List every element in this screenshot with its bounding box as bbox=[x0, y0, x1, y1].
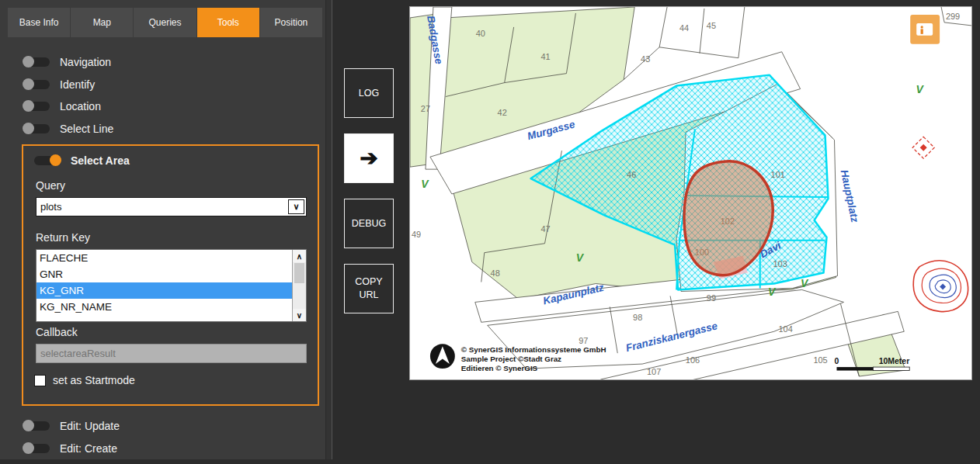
listbox-scrollbar[interactable]: ∧ ∨ bbox=[292, 250, 306, 321]
debug-button[interactable]: DEBUG bbox=[344, 199, 394, 248]
scrollbar-track[interactable] bbox=[293, 284, 306, 309]
toggle-knob bbox=[23, 100, 34, 112]
edit-update-toggle[interactable] bbox=[23, 421, 50, 431]
scroll-down-icon[interactable]: ∨ bbox=[293, 309, 306, 321]
query-select-value: plots bbox=[36, 201, 288, 213]
scale-distance-label: 10Meter bbox=[879, 357, 910, 365]
parcel-number-label: 44 bbox=[679, 23, 689, 33]
listbox-option-flaeche[interactable]: FLAECHE bbox=[36, 250, 292, 266]
parcel-number-label: 42 bbox=[498, 108, 507, 117]
parcel-number-label: 48 bbox=[491, 268, 500, 278]
callback-label: Callback bbox=[36, 326, 78, 338]
run-arrow-button[interactable]: ➔ bbox=[344, 133, 394, 183]
navigation-toggle[interactable] bbox=[23, 57, 50, 67]
identify-toggle[interactable] bbox=[23, 80, 50, 89]
toggle-knob bbox=[23, 78, 34, 90]
scroll-up-icon[interactable]: ∧ bbox=[293, 250, 306, 262]
parcel-number-label: 97 bbox=[579, 336, 588, 345]
scale-zero-label: 0 bbox=[835, 357, 839, 365]
select-line-row: Select Line bbox=[23, 122, 113, 136]
identify-row: Identify bbox=[23, 78, 95, 92]
copy-url-button[interactable]: COPY URL bbox=[344, 264, 394, 313]
listbox-options: FLAECHE GNR KG_GNR KG_NR_NAME bbox=[36, 250, 292, 321]
toggle-knob bbox=[23, 442, 34, 454]
parcel-number-label: 41 bbox=[540, 52, 550, 61]
startmode-row: set as Startmode bbox=[34, 374, 135, 386]
edit-create-row: Edit: Create bbox=[23, 441, 117, 455]
query-label: Query bbox=[36, 179, 65, 192]
map-info-icon bbox=[916, 23, 933, 36]
toggle-knob bbox=[23, 123, 34, 134]
edit-create-label: Edit: Create bbox=[60, 442, 117, 455]
location-toggle[interactable] bbox=[23, 102, 50, 111]
parcel-number-label: 45 bbox=[707, 21, 716, 30]
arrow-right-icon: ➔ bbox=[360, 144, 377, 173]
parcel-number-label: 105 bbox=[813, 355, 827, 365]
parcel-number-label: 49 bbox=[412, 230, 421, 239]
parcel-number-label: 299 bbox=[946, 12, 960, 21]
parcel-number-label: 99 bbox=[707, 293, 716, 303]
parcel-number-label: 43 bbox=[641, 54, 650, 64]
parcel-number-label: 47 bbox=[540, 224, 550, 234]
edit-update-label: Edit: Update bbox=[60, 420, 120, 432]
select-line-toggle[interactable] bbox=[23, 124, 50, 133]
toggle-knob bbox=[50, 154, 61, 166]
parcel-number-label: 101 bbox=[771, 170, 785, 179]
scrollbar-thumb[interactable] bbox=[294, 263, 304, 283]
location-label: Location bbox=[60, 100, 101, 113]
select-area-toggle[interactable] bbox=[34, 156, 61, 165]
parcel-number-label: 104 bbox=[779, 324, 793, 334]
select-area-label: Select Area bbox=[71, 154, 130, 167]
scale-bar bbox=[836, 367, 909, 370]
parcel-number-label: 103 bbox=[773, 259, 787, 268]
parcel-number-label: 106 bbox=[686, 355, 700, 365]
startmode-label: set as Startmode bbox=[53, 374, 135, 386]
toggle-knob bbox=[23, 56, 34, 68]
listbox-option-kg-gnr[interactable]: KG_GNR bbox=[36, 282, 292, 299]
select-area-row: Select Area bbox=[34, 154, 130, 167]
attribution-line: Editieren © SynerGIS bbox=[461, 364, 538, 372]
log-button[interactable]: LOG bbox=[344, 68, 394, 118]
tab-position[interactable]: Position bbox=[260, 8, 323, 37]
map-viewport[interactable]: 2740414243444546474849979899100101102103… bbox=[409, 6, 972, 380]
tab-bar: Base Info Map Queries Tools Position bbox=[8, 8, 323, 37]
parcel-number-label: 46 bbox=[627, 170, 636, 179]
edit-update-row: Edit: Update bbox=[23, 419, 120, 433]
attribution-line: Sample Project ©Stadt Graz bbox=[461, 355, 561, 363]
map-canvas[interactable]: 2740414243444546474849979899100101102103… bbox=[410, 7, 971, 379]
panel-scrollbar[interactable] bbox=[325, 0, 332, 459]
query-select[interactable]: plots ∨ bbox=[36, 197, 307, 216]
overview-map-button[interactable] bbox=[910, 15, 940, 44]
select-line-label: Select Line bbox=[60, 123, 113, 135]
navigation-label: Navigation bbox=[60, 56, 111, 68]
parcel-number-label: 107 bbox=[647, 367, 661, 376]
identify-label: Identify bbox=[60, 78, 95, 91]
parcel-number-label: 27 bbox=[421, 104, 430, 113]
listbox-option-gnr[interactable]: GNR bbox=[36, 266, 292, 282]
startmode-checkbox[interactable] bbox=[34, 375, 46, 386]
tab-map[interactable]: Map bbox=[71, 8, 134, 37]
return-key-label: Return Key bbox=[36, 231, 90, 244]
toggle-knob bbox=[23, 420, 34, 431]
tab-tools[interactable]: Tools bbox=[197, 8, 260, 37]
callback-input[interactable] bbox=[36, 344, 307, 363]
tools-panel: Base Info Map Queries Tools Position Nav… bbox=[0, 0, 332, 459]
select-area-panel: Select Area Query plots ∨ Return Key FLA… bbox=[22, 144, 319, 406]
attribution-line: © SynerGIS Informationssysteme GmbH bbox=[461, 345, 606, 354]
dropdown-arrow-icon[interactable]: ∨ bbox=[288, 199, 304, 214]
parcel-number-label: 40 bbox=[476, 29, 485, 38]
parcel-number-label: 98 bbox=[633, 313, 642, 322]
tab-base-info[interactable]: Base Info bbox=[8, 8, 71, 37]
edit-create-toggle[interactable] bbox=[23, 444, 50, 453]
return-key-listbox[interactable]: FLAECHE GNR KG_GNR KG_NR_NAME ∧ ∨ bbox=[36, 249, 307, 322]
listbox-option-kg-nr-name[interactable]: KG_NR_NAME bbox=[36, 299, 292, 315]
navigation-row: Navigation bbox=[23, 55, 111, 69]
tab-queries[interactable]: Queries bbox=[134, 8, 196, 37]
location-row: Location bbox=[23, 99, 101, 113]
north-arrow-icon bbox=[430, 344, 455, 369]
